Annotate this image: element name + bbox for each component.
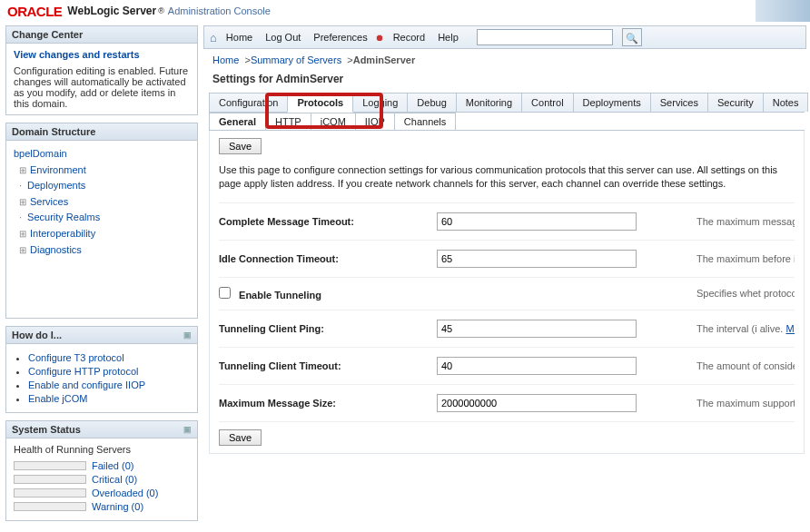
input-tunneling-client-ping[interactable] [437, 320, 637, 338]
change-center-text: Configuration editing is enabled. Future… [14, 65, 190, 109]
tab-security[interactable]: Security [707, 93, 764, 112]
right-column: Home Log Out Preferences Record Help Hom… [203, 22, 810, 454]
subtab-general[interactable]: General [209, 113, 266, 130]
toolbar-logout[interactable]: Log Out [260, 30, 306, 44]
toolbar: Home Log Out Preferences Record Help [203, 25, 806, 49]
collapse-icon[interactable]: ▣ [183, 425, 192, 434]
tree-deployments[interactable]: Deployments [27, 180, 85, 191]
domain-tree: bpelDomain Environment Deployments Servi… [6, 141, 197, 318]
content-area: Save Use this page to configure connecti… [209, 131, 805, 454]
health-failed: Failed (0) [14, 460, 190, 471]
tab-deployments[interactable]: Deployments [573, 93, 651, 112]
brand-oracle: ORACLE [7, 4, 62, 19]
help-tunneling-client-timeout: The amount of considered dea [686, 360, 795, 371]
health-warning: Warning (0) [14, 501, 190, 512]
main-tabs: Configuration Protocols Logging Debug Mo… [209, 93, 805, 113]
save-button-bottom[interactable]: Save [219, 429, 262, 446]
howto-http[interactable]: Configure HTTP protocol [28, 366, 138, 377]
tab-services[interactable]: Services [650, 93, 708, 112]
tab-configuration[interactable]: Configuration [209, 93, 288, 112]
brand-tagline: Administration Console [168, 5, 271, 16]
label-tunneling-client-ping: Tunneling Client Ping: [219, 323, 437, 334]
banner-gradient [756, 0, 810, 22]
record-icon [375, 32, 386, 43]
tree-diagnostics[interactable]: Diagnostics [30, 244, 82, 255]
health-overloaded: Overloaded (0) [14, 488, 190, 498]
tree-security-realms[interactable]: Security Realms [27, 212, 100, 222]
home-icon [210, 31, 219, 44]
tree-interoperability[interactable]: Interoperability [30, 228, 95, 239]
view-changes-link[interactable]: View changes and restarts [14, 49, 140, 60]
health-subtitle: Health of Running Servers [14, 444, 190, 455]
tab-protocols[interactable]: Protocols [287, 93, 353, 113]
search-icon [626, 31, 638, 44]
tree-services[interactable]: Services [30, 196, 68, 207]
input-complete-message-timeout[interactable] [437, 212, 637, 231]
search-input[interactable] [477, 29, 613, 45]
howto-t3[interactable]: Configure T3 protocol [28, 352, 124, 363]
tab-monitoring[interactable]: Monitoring [456, 93, 522, 112]
health-critical: Critical (0) [14, 474, 190, 485]
change-center-portlet: Change Center View changes and restarts … [5, 25, 198, 115]
label-idle-connection-timeout: Idle Connection Timeout: [219, 253, 437, 264]
toolbar-help[interactable]: Help [432, 30, 464, 44]
tab-notes[interactable]: Notes [763, 93, 809, 112]
brand-product: WebLogic Server [67, 5, 156, 17]
help-tunneling-client-ping: The interval (i alive. More I [686, 323, 795, 334]
tab-debug[interactable]: Debug [407, 93, 456, 112]
more-info-link[interactable]: More I [785, 323, 795, 334]
toolbar-home[interactable]: Home [221, 30, 258, 44]
system-status-portlet: System Status ▣ Health of Running Server… [5, 420, 198, 521]
subtab-jcom[interactable]: jCOM [311, 113, 356, 130]
toolbar-record[interactable]: Record [388, 30, 430, 44]
input-idle-connection-timeout[interactable] [437, 250, 637, 268]
breadcrumb-current: AdminServer [353, 54, 415, 65]
help-idle-connection-timeout: The maximum before it is clo attribute. … [686, 253, 795, 264]
page-title: Settings for AdminServer [203, 71, 810, 87]
subtab-channels[interactable]: Channels [394, 113, 456, 130]
input-maximum-message-size[interactable] [437, 394, 637, 412]
search-button[interactable] [622, 28, 642, 46]
how-do-i-header: How do I... ▣ [6, 327, 197, 344]
breadcrumb-summary[interactable]: Summary of Servers [251, 54, 341, 65]
sub-tabs: General HTTP jCOM IIOP Channels [209, 113, 805, 131]
how-do-i-portlet: How do I... ▣ Configure T3 protocol Conf… [5, 326, 198, 413]
help-maximum-message-size: The maximum supported prot custom channe [686, 398, 795, 409]
toolbar-preferences[interactable]: Preferences [308, 30, 372, 44]
tab-control[interactable]: Control [521, 93, 573, 112]
breadcrumb: Home >Summary of Servers >AdminServer [203, 51, 810, 69]
help-enable-tunneling: Specifies whet protocols shou [686, 288, 795, 299]
tree-environment[interactable]: Environment [30, 164, 86, 175]
subtab-iiop[interactable]: IIOP [355, 113, 395, 130]
collapse-icon[interactable]: ▣ [183, 330, 192, 340]
change-center-header: Change Center [6, 26, 197, 44]
label-tunneling-client-timeout: Tunneling Client Timeout: [219, 360, 437, 371]
tree-root[interactable]: bpelDomain [14, 148, 67, 159]
domain-structure-portlet: Domain Structure bpelDomain Environment … [5, 123, 198, 319]
page-description: Use this page to configure connection se… [219, 163, 795, 192]
system-status-header: System Status ▣ [6, 421, 197, 438]
top-banner: ORACLE WebLogic Server ® Administration … [0, 0, 810, 22]
subtab-http[interactable]: HTTP [265, 113, 311, 130]
domain-structure-header: Domain Structure [6, 123, 197, 141]
checkbox-enable-tunneling[interactable] [219, 287, 231, 299]
label-enable-tunneling: Enable Tunneling [239, 290, 321, 300]
tab-logging[interactable]: Logging [352, 93, 408, 112]
breadcrumb-home[interactable]: Home [212, 54, 239, 65]
howto-jcom[interactable]: Enable jCOM [28, 393, 87, 404]
left-column: Change Center View changes and restarts … [0, 22, 203, 532]
save-button[interactable]: Save [219, 138, 262, 154]
brand-registered: ® [158, 6, 164, 15]
help-complete-message-timeout: The maximum message to be each channel c [686, 216, 795, 227]
label-complete-message-timeout: Complete Message Timeout: [219, 216, 437, 227]
howto-iiop[interactable]: Enable and configure IIOP [28, 379, 145, 390]
input-tunneling-client-timeout[interactable] [437, 357, 637, 375]
label-maximum-message-size: Maximum Message Size: [219, 398, 437, 409]
